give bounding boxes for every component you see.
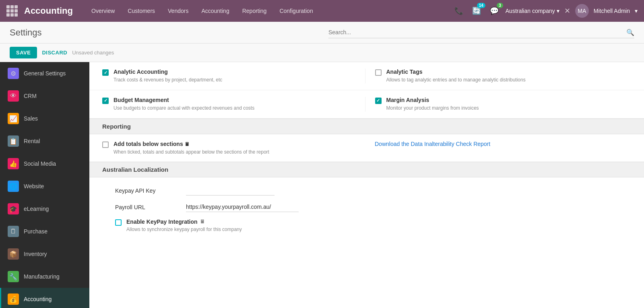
sidebar-item-general-settings[interactable]: ⚙ General Settings xyxy=(0,62,89,85)
sidebar-item-accounting[interactable]: 💰 Accounting xyxy=(0,288,89,308)
enable-keypay-row: Enable KeyPay Integration 🖩 Allows to sy… xyxy=(115,219,631,232)
add-totals-check[interactable] xyxy=(102,142,109,148)
sidebar-label-social-media: Social Media xyxy=(24,160,56,167)
add-totals-desc: When ticked, totals and subtotals appear… xyxy=(114,149,269,156)
rental-icon: 📋 xyxy=(8,135,19,147)
budget-management-desc: Use budgets to compare actual with expec… xyxy=(114,105,254,112)
general-settings-icon: ⚙ xyxy=(8,68,19,79)
reporting-row: Add totals below sections 🖩 When ticked,… xyxy=(89,134,644,162)
sidebar-label-elearning: eLearning xyxy=(24,206,49,212)
add-totals-checkbox[interactable] xyxy=(102,142,109,148)
reporting-link-col: Download the Data Inalterability Check R… xyxy=(365,141,631,147)
margin-analysis-title: Margin Analysis xyxy=(386,97,479,103)
username[interactable]: Mitchell Admin xyxy=(594,8,630,14)
purchase-icon: 🗒 xyxy=(8,226,19,237)
nav-accounting[interactable]: Accounting xyxy=(196,5,235,17)
search-input[interactable] xyxy=(328,27,626,38)
sidebar-item-inventory[interactable]: 📦 Inventory xyxy=(0,243,89,265)
company-name: Australian company xyxy=(506,8,555,14)
budget-management-checkbox[interactable] xyxy=(102,98,109,104)
avatar[interactable]: MA xyxy=(575,4,589,18)
enable-keypay-checkbox[interactable] xyxy=(115,219,122,226)
sidebar-item-website[interactable]: 🌐 Website xyxy=(0,175,89,198)
keypay-api-input[interactable] xyxy=(186,185,275,196)
margin-analysis-col: Margin Analysis Monitor your product mar… xyxy=(365,97,632,112)
sidebar-item-sales[interactable]: 📈 Sales xyxy=(0,107,89,130)
nav-customers[interactable]: Customers xyxy=(122,5,161,17)
reporting-section-title: Reporting xyxy=(102,123,131,130)
analytic-accounting-col: Analytic Accounting Track costs & revenu… xyxy=(102,69,359,83)
keypay-api-row: Keypay API Key xyxy=(115,185,631,196)
inventory-icon: 📦 xyxy=(8,248,19,260)
analytic-tags-desc: Allows to tag analytic entries and to ma… xyxy=(386,77,526,83)
activity-badge: 14 xyxy=(477,3,485,8)
payroll-url-row: Payroll URL https://keypay.yourpayroll.c… xyxy=(115,202,631,212)
nav-configuration[interactable]: Configuration xyxy=(274,5,318,17)
messages-icon[interactable]: 💬 3 xyxy=(488,4,501,17)
sidebar-label-purchase: Purchase xyxy=(24,228,47,235)
add-totals-icon: 🖩 xyxy=(185,142,190,147)
social-media-icon: 👍 xyxy=(8,158,19,169)
add-totals-col: Add totals below sections 🖩 When ticked,… xyxy=(102,141,359,156)
save-button[interactable]: SAVE xyxy=(10,47,37,58)
margin-analysis-checkbox[interactable] xyxy=(375,98,382,104)
enable-keypay-desc: Allows to synchronize keypay payroll for… xyxy=(126,227,631,232)
budget-management-check[interactable] xyxy=(102,98,109,104)
analytic-tags-col: Analytic Tags Allows to tag analytic ent… xyxy=(365,69,632,83)
sidebar-label-manufacturing: Manufacturing xyxy=(24,273,60,280)
discard-button[interactable]: DISCARD xyxy=(42,50,67,56)
navbar-menu: Overview Customers Vendors Accounting Re… xyxy=(86,5,449,17)
inalterability-check-link[interactable]: Download the Data Inalterability Check R… xyxy=(375,141,490,147)
localization-content: Keypay API Key Payroll URL https://keypa… xyxy=(89,177,644,240)
keypay-api-label: Keypay API Key xyxy=(115,187,180,194)
analytic-tags-check[interactable] xyxy=(375,69,382,76)
sidebar-item-crm[interactable]: 👁 CRM xyxy=(0,85,89,107)
analytic-accounting-checkbox[interactable] xyxy=(102,69,109,76)
manufacturing-icon: 🔧 xyxy=(8,271,19,282)
sidebar-item-social-media[interactable]: 👍 Social Media xyxy=(0,152,89,175)
reporting-section-header: Reporting xyxy=(89,119,644,134)
payroll-url-value: https://keypay.yourpayroll.com.au/ xyxy=(186,202,299,212)
analytic-tags-title: Analytic Tags xyxy=(386,69,526,75)
add-totals-info: Add totals below sections 🖩 When ticked,… xyxy=(114,141,269,156)
nav-overview[interactable]: Overview xyxy=(86,5,120,17)
enable-keypay-title: Enable KeyPay Integration 🖩 xyxy=(126,219,631,225)
nav-reporting[interactable]: Reporting xyxy=(237,5,272,17)
budget-management-col: Budget Management Use budgets to compare… xyxy=(102,97,359,112)
analytic-accounting-desc: Track costs & revenues by project, depar… xyxy=(114,77,222,83)
sidebar-label-general-settings: General Settings xyxy=(24,70,66,77)
user-dropdown-icon: ▾ xyxy=(635,8,638,14)
sidebar-item-elearning[interactable]: 🎓 eLearning xyxy=(0,198,89,220)
apps-icon[interactable] xyxy=(6,5,18,17)
action-bar: SAVE DISCARD Unsaved changes xyxy=(0,44,644,62)
nav-vendors[interactable]: Vendors xyxy=(162,5,194,17)
enable-keypay-check[interactable] xyxy=(115,219,122,226)
phone-icon[interactable]: 📞 xyxy=(452,4,465,17)
sidebar-label-crm: CRM xyxy=(24,93,37,99)
budget-management-title: Budget Management xyxy=(114,97,254,103)
analytic-accounting-check[interactable] xyxy=(102,69,109,76)
sidebar-item-purchase[interactable]: 🗒 Purchase xyxy=(0,220,89,243)
search-icon[interactable]: 🔍 xyxy=(626,29,634,36)
analytic-tags-checkbox[interactable] xyxy=(375,69,382,76)
website-icon: 🌐 xyxy=(8,181,19,192)
page-title: Settings xyxy=(10,27,42,38)
search-bar: 🔍 xyxy=(328,27,634,38)
crm-icon: 👁 xyxy=(8,90,19,102)
sidebar-item-rental[interactable]: 📋 Rental xyxy=(0,130,89,152)
main-layout: ⚙ General Settings 👁 CRM 📈 Sales 📋 Renta… xyxy=(0,62,644,308)
brand-title: Accounting xyxy=(24,6,73,16)
sidebar-item-manufacturing[interactable]: 🔧 Manufacturing xyxy=(0,265,89,288)
localization-section-title: Australian Localization xyxy=(102,166,168,173)
sidebar-label-website: Website xyxy=(24,183,44,189)
sidebar-label-sales: Sales xyxy=(24,115,38,122)
close-icon[interactable]: ✕ xyxy=(564,6,570,15)
activity-icon[interactable]: 🔄 14 xyxy=(470,4,483,17)
company-selector[interactable]: Australian company ▾ xyxy=(506,8,559,14)
analytics-row: Analytic Accounting Track costs & revenu… xyxy=(89,62,644,90)
margin-analysis-check[interactable] xyxy=(375,98,382,104)
unsaved-changes-label: Unsaved changes xyxy=(72,50,114,56)
accounting-icon: 💰 xyxy=(8,293,19,305)
sidebar-label-accounting: Accounting xyxy=(24,296,52,302)
payroll-url-label: Payroll URL xyxy=(115,204,180,210)
